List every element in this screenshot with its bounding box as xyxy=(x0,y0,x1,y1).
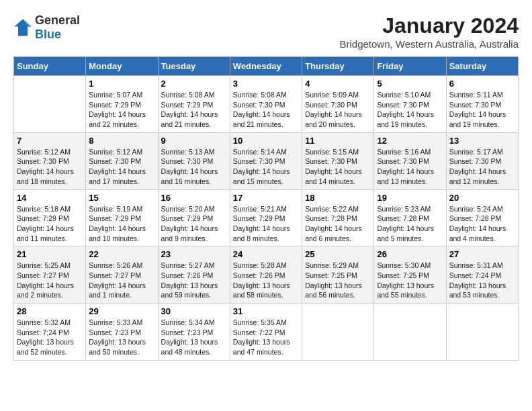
calendar-cell: 21Sunrise: 5:25 AM Sunset: 7:27 PM Dayli… xyxy=(14,246,86,304)
calendar-cell xyxy=(446,304,518,361)
day-info: Sunrise: 5:28 AM Sunset: 7:26 PM Dayligh… xyxy=(233,261,299,300)
day-info: Sunrise: 5:32 AM Sunset: 7:24 PM Dayligh… xyxy=(17,318,83,357)
calendar-week-5: 28Sunrise: 5:32 AM Sunset: 7:24 PM Dayli… xyxy=(14,304,519,361)
column-header-saturday: Saturday xyxy=(446,57,518,76)
day-number: 19 xyxy=(377,193,443,203)
day-number: 18 xyxy=(305,193,371,203)
column-header-wednesday: Wednesday xyxy=(230,57,302,76)
calendar-cell: 2Sunrise: 5:08 AM Sunset: 7:29 PM Daylig… xyxy=(158,76,230,133)
day-info: Sunrise: 5:07 AM Sunset: 7:29 PM Dayligh… xyxy=(89,90,154,130)
calendar-cell: 22Sunrise: 5:26 AM Sunset: 7:27 PM Dayli… xyxy=(86,246,158,304)
column-header-tuesday: Tuesday xyxy=(158,57,230,76)
column-header-monday: Monday xyxy=(86,57,158,76)
calendar-cell xyxy=(14,76,86,133)
day-number: 10 xyxy=(233,136,299,146)
day-info: Sunrise: 5:35 AM Sunset: 7:22 PM Dayligh… xyxy=(233,318,299,357)
svg-marker-0 xyxy=(14,19,31,36)
calendar-cell: 8Sunrise: 5:12 AM Sunset: 7:30 PM Daylig… xyxy=(86,132,158,189)
day-info: Sunrise: 5:14 AM Sunset: 7:30 PM Dayligh… xyxy=(233,147,299,187)
day-number: 11 xyxy=(305,136,371,146)
day-number: 21 xyxy=(17,249,83,259)
calendar-cell: 4Sunrise: 5:09 AM Sunset: 7:30 PM Daylig… xyxy=(302,76,374,133)
day-number: 13 xyxy=(449,136,515,146)
day-info: Sunrise: 5:15 AM Sunset: 7:30 PM Dayligh… xyxy=(305,147,371,187)
calendar-cell: 9Sunrise: 5:13 AM Sunset: 7:30 PM Daylig… xyxy=(158,132,230,189)
calendar-cell: 11Sunrise: 5:15 AM Sunset: 7:30 PM Dayli… xyxy=(302,132,374,189)
day-number: 9 xyxy=(161,136,227,146)
day-number: 16 xyxy=(161,193,227,203)
day-info: Sunrise: 5:22 AM Sunset: 7:28 PM Dayligh… xyxy=(305,204,371,244)
calendar-cell: 31Sunrise: 5:35 AM Sunset: 7:22 PM Dayli… xyxy=(230,304,302,361)
calendar-cell: 29Sunrise: 5:33 AM Sunset: 7:23 PM Dayli… xyxy=(86,304,158,361)
day-info: Sunrise: 5:13 AM Sunset: 7:30 PM Dayligh… xyxy=(161,147,227,187)
calendar-cell: 19Sunrise: 5:23 AM Sunset: 7:28 PM Dayli… xyxy=(374,189,446,246)
day-info: Sunrise: 5:12 AM Sunset: 7:30 PM Dayligh… xyxy=(17,147,83,187)
day-number: 1 xyxy=(89,79,154,89)
day-number: 24 xyxy=(233,249,299,259)
day-number: 7 xyxy=(17,136,83,146)
day-info: Sunrise: 5:30 AM Sunset: 7:25 PM Dayligh… xyxy=(377,261,443,300)
day-number: 20 xyxy=(449,193,515,203)
calendar-cell: 27Sunrise: 5:31 AM Sunset: 7:24 PM Dayli… xyxy=(446,246,518,304)
day-info: Sunrise: 5:33 AM Sunset: 7:23 PM Dayligh… xyxy=(89,318,154,357)
column-header-thursday: Thursday xyxy=(302,57,374,76)
calendar-cell: 10Sunrise: 5:14 AM Sunset: 7:30 PM Dayli… xyxy=(230,132,302,189)
day-number: 30 xyxy=(161,306,227,316)
day-number: 17 xyxy=(233,193,299,203)
calendar-header-row: SundayMondayTuesdayWednesdayThursdayFrid… xyxy=(14,57,519,76)
day-info: Sunrise: 5:29 AM Sunset: 7:25 PM Dayligh… xyxy=(305,261,371,300)
calendar-cell: 1Sunrise: 5:07 AM Sunset: 7:29 PM Daylig… xyxy=(86,76,158,133)
day-number: 27 xyxy=(449,249,515,259)
month-title: January 2024 xyxy=(339,13,519,38)
day-info: Sunrise: 5:16 AM Sunset: 7:30 PM Dayligh… xyxy=(377,147,443,187)
day-info: Sunrise: 5:08 AM Sunset: 7:29 PM Dayligh… xyxy=(161,90,227,130)
day-info: Sunrise: 5:18 AM Sunset: 7:29 PM Dayligh… xyxy=(17,204,83,244)
column-header-sunday: Sunday xyxy=(14,57,86,76)
day-number: 6 xyxy=(449,79,515,89)
calendar-cell: 14Sunrise: 5:18 AM Sunset: 7:29 PM Dayli… xyxy=(14,189,86,246)
calendar-week-2: 7Sunrise: 5:12 AM Sunset: 7:30 PM Daylig… xyxy=(14,132,519,189)
day-number: 28 xyxy=(17,306,83,316)
logo-icon xyxy=(13,18,32,37)
calendar-cell: 15Sunrise: 5:19 AM Sunset: 7:29 PM Dayli… xyxy=(86,189,158,246)
day-number: 4 xyxy=(305,79,371,89)
day-info: Sunrise: 5:26 AM Sunset: 7:27 PM Dayligh… xyxy=(89,261,154,300)
calendar-cell: 13Sunrise: 5:17 AM Sunset: 7:30 PM Dayli… xyxy=(446,132,518,189)
calendar-cell: 26Sunrise: 5:30 AM Sunset: 7:25 PM Dayli… xyxy=(374,246,446,304)
day-info: Sunrise: 5:17 AM Sunset: 7:30 PM Dayligh… xyxy=(449,147,515,187)
day-number: 31 xyxy=(233,306,299,316)
day-number: 23 xyxy=(161,249,227,259)
calendar-cell: 7Sunrise: 5:12 AM Sunset: 7:30 PM Daylig… xyxy=(14,132,86,189)
header: General Blue January 2024 Bridgetown, We… xyxy=(13,13,519,50)
day-number: 25 xyxy=(305,249,371,259)
calendar-cell: 18Sunrise: 5:22 AM Sunset: 7:28 PM Dayli… xyxy=(302,189,374,246)
day-info: Sunrise: 5:20 AM Sunset: 7:29 PM Dayligh… xyxy=(161,204,227,244)
day-info: Sunrise: 5:27 AM Sunset: 7:26 PM Dayligh… xyxy=(161,261,227,300)
day-number: 12 xyxy=(377,136,443,146)
calendar-cell: 6Sunrise: 5:11 AM Sunset: 7:30 PM Daylig… xyxy=(446,76,518,133)
calendar-cell: 3Sunrise: 5:08 AM Sunset: 7:30 PM Daylig… xyxy=(230,76,302,133)
calendar-cell: 17Sunrise: 5:21 AM Sunset: 7:29 PM Dayli… xyxy=(230,189,302,246)
day-info: Sunrise: 5:09 AM Sunset: 7:30 PM Dayligh… xyxy=(305,90,371,130)
logo-general: General xyxy=(35,13,80,27)
title-area: January 2024 Bridgetown, Western Austral… xyxy=(339,13,519,50)
calendar-cell: 5Sunrise: 5:10 AM Sunset: 7:30 PM Daylig… xyxy=(374,76,446,133)
day-info: Sunrise: 5:31 AM Sunset: 7:24 PM Dayligh… xyxy=(449,261,515,300)
day-number: 5 xyxy=(377,79,443,89)
day-number: 14 xyxy=(17,193,83,203)
day-number: 29 xyxy=(89,306,154,316)
logo: General Blue xyxy=(13,13,80,42)
calendar-cell: 12Sunrise: 5:16 AM Sunset: 7:30 PM Dayli… xyxy=(374,132,446,189)
day-info: Sunrise: 5:21 AM Sunset: 7:29 PM Dayligh… xyxy=(233,204,299,244)
day-number: 22 xyxy=(89,249,154,259)
calendar-week-1: 1Sunrise: 5:07 AM Sunset: 7:29 PM Daylig… xyxy=(14,76,519,133)
day-info: Sunrise: 5:19 AM Sunset: 7:29 PM Dayligh… xyxy=(89,204,154,244)
calendar-cell: 30Sunrise: 5:34 AM Sunset: 7:23 PM Dayli… xyxy=(158,304,230,361)
day-info: Sunrise: 5:23 AM Sunset: 7:28 PM Dayligh… xyxy=(377,204,443,244)
day-info: Sunrise: 5:24 AM Sunset: 7:28 PM Dayligh… xyxy=(449,204,515,244)
logo-blue: Blue xyxy=(35,28,61,41)
column-header-friday: Friday xyxy=(374,57,446,76)
day-info: Sunrise: 5:34 AM Sunset: 7:23 PM Dayligh… xyxy=(161,318,227,357)
calendar-table: SundayMondayTuesdayWednesdayThursdayFrid… xyxy=(13,56,519,361)
calendar-cell xyxy=(374,304,446,361)
